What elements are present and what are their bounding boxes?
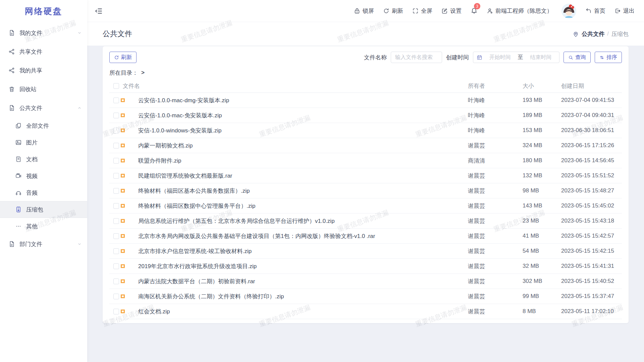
sidebar-item-all-files[interactable]: 全部文件 bbox=[0, 117, 87, 134]
row-checkbox[interactable] bbox=[113, 263, 119, 269]
chevron-down-icon[interactable] bbox=[77, 242, 82, 246]
sort-button[interactable]: 排序 bbox=[595, 52, 622, 63]
sidebar-item-documents[interactable]: 文档 bbox=[0, 151, 87, 168]
sidebar-item-my-files[interactable]: 我的文件 bbox=[0, 23, 87, 42]
table-row[interactable]: 云安信-1.0.0-mac-免安装版本.zip 叶海峰 189 MB 2023-… bbox=[109, 108, 622, 123]
row-checkbox[interactable] bbox=[113, 203, 119, 209]
sidebar-item-label: 视频 bbox=[26, 172, 38, 180]
table-row[interactable]: 南海区机关新办公系统（二期）文件资料（终验打印）.zip 谢晨芸 99 MB 2… bbox=[109, 289, 622, 304]
sidebar-item-images[interactable]: 图片 bbox=[0, 134, 87, 151]
file-name[interactable]: 终验材料（福田区数据中心管理服务平台）.zip bbox=[138, 202, 468, 210]
fullscreen-button[interactable]: 全屏 bbox=[412, 7, 432, 15]
table-row[interactable]: 2019年北京市水行政审批系统升级改造项目.zip 谢晨芸 32 MB 2023… bbox=[109, 259, 622, 274]
file-name[interactable]: 南海区机关新办公系统（二期）文件资料（终验打印）.zip bbox=[138, 293, 468, 300]
row-checkbox[interactable] bbox=[113, 309, 119, 314]
toolbar: 刷新 文件名称 创建时间 开始时间 至 结束时间 查询 排序 bbox=[109, 52, 622, 63]
file-name[interactable]: 内蒙一期初验文档.zip bbox=[138, 142, 468, 149]
column-size: 大小 bbox=[523, 82, 561, 90]
create-time-filter-label: 创建时间 bbox=[446, 54, 469, 61]
directory-root-arrow[interactable]: > bbox=[141, 69, 145, 76]
sidebar-item-my-shares[interactable]: 我的共享 bbox=[0, 61, 87, 80]
row-checkbox[interactable] bbox=[113, 173, 119, 179]
notifications-button[interactable]: 3 bbox=[471, 7, 478, 15]
row-checkbox[interactable] bbox=[113, 113, 119, 118]
table-row[interactable]: 终验材料（福田区数据中心管理服务平台）.zip 谢晨芸 143 MB 2023-… bbox=[109, 198, 622, 214]
file-name[interactable]: 红会文档.zip bbox=[138, 308, 468, 315]
row-checkbox[interactable] bbox=[113, 188, 119, 194]
breadcrumb-parent[interactable]: 公共文件 bbox=[582, 30, 604, 38]
row-checkbox[interactable] bbox=[113, 143, 119, 148]
chevron-down-icon[interactable] bbox=[77, 31, 82, 35]
file-date: 2023-06-15 17:15:26 bbox=[561, 142, 622, 149]
sidebar-item-public-files[interactable]: 公共文件 bbox=[0, 99, 87, 117]
file-name[interactable]: 联盟办件附件.zip bbox=[138, 157, 468, 165]
file-owner: 谢晨芸 bbox=[468, 262, 523, 270]
sidebar-item-videos[interactable]: 视频 bbox=[0, 168, 87, 184]
refresh-page-button[interactable]: 刷新 bbox=[383, 7, 403, 15]
table-row[interactable]: 云安信-1.0.0-mac-dmg-安装版本.zip 叶海峰 193 MB 20… bbox=[109, 93, 622, 108]
table-row[interactable]: 民建组织管理系统验收文档最新版.rar 谢晨芸 132 MB 2023-05-1… bbox=[109, 168, 622, 183]
file-name[interactable]: 2019年北京市水行政审批系统升级改造项目.zip bbox=[138, 262, 468, 270]
table-row[interactable]: 内蒙一期初验文档.zip 谢晨芸 324 MB 2023-06-15 17:15… bbox=[109, 138, 622, 153]
table-row[interactable]: 北京市水务局内网改版及公共服务基础平台建设项目（第1包：内网改版）终验验文档-v… bbox=[109, 229, 622, 244]
logout-button[interactable]: 退出 bbox=[614, 7, 635, 15]
top-header: 锁屏 刷新 全屏 设置 3 前端工程师（陈思文） bbox=[87, 0, 644, 22]
row-checkbox[interactable] bbox=[113, 98, 119, 103]
file-name[interactable]: 内蒙古法院大数据平台（二期）初验前资料.rar bbox=[138, 278, 468, 285]
file-date: 2023-07-04 09:40:31 bbox=[561, 112, 622, 119]
row-checkbox[interactable] bbox=[113, 294, 119, 299]
row-checkbox[interactable] bbox=[113, 128, 119, 133]
sidebar-fold-icon[interactable] bbox=[95, 7, 103, 15]
sidebar-item-audio[interactable]: 音频 bbox=[0, 184, 87, 201]
end-date-placeholder[interactable]: 结束时间 bbox=[526, 54, 556, 61]
file-owner: 叶海峰 bbox=[468, 112, 523, 119]
chevron-up-icon[interactable] bbox=[77, 106, 82, 110]
table-row[interactable]: 内蒙古法院大数据平台（二期）初验前资料.rar 谢晨芸 302 MB 2023-… bbox=[109, 274, 622, 289]
file-name[interactable]: 北京市水务局内网改版及公共服务基础平台建设项目（第1包：内网改版）终验验文档-v… bbox=[138, 232, 468, 240]
lock-screen-button[interactable]: 锁屏 bbox=[354, 7, 374, 15]
avatar[interactable] bbox=[561, 4, 576, 18]
file-owner: 商清清 bbox=[468, 157, 523, 165]
query-button[interactable]: 查询 bbox=[564, 52, 591, 63]
file-owner: 谢晨芸 bbox=[468, 247, 523, 255]
filename-search-input[interactable] bbox=[391, 52, 442, 63]
row-checkbox[interactable] bbox=[113, 233, 119, 239]
table-row[interactable]: 红会文档.zip 谢晨芸 8 MB 2023-05-11 17:02:10 bbox=[109, 304, 622, 319]
settings-button[interactable]: 设置 bbox=[441, 7, 462, 15]
search-icon bbox=[568, 55, 573, 60]
audio-icon bbox=[15, 189, 22, 196]
date-range-picker[interactable]: 开始时间 至 结束时间 bbox=[473, 52, 559, 63]
sidebar-item-recycle-bin[interactable]: 回收站 bbox=[0, 80, 87, 99]
table-row[interactable]: 局信息系统运行维护（第五包：北京市水务局综合信息平台运行维护）v1.0.zip … bbox=[109, 214, 622, 229]
row-checkbox[interactable] bbox=[113, 248, 119, 254]
file-name[interactable]: 终验材料（福田区基本公共服务数据库）.zip bbox=[138, 187, 468, 195]
sidebar-item-shared-files[interactable]: 共享文件 bbox=[0, 42, 87, 61]
file-name[interactable]: 安信-1.0.0-windows-免安装版.zip bbox=[138, 127, 468, 134]
sidebar-item-label: 音频 bbox=[26, 189, 38, 197]
table-row[interactable]: 安信-1.0.0-windows-免安装版.zip 叶海峰 153 MB 202… bbox=[109, 123, 622, 138]
sidebar-item-label: 公共文件 bbox=[19, 104, 42, 112]
file-name[interactable]: 民建组织管理系统验收文档最新版.rar bbox=[138, 172, 468, 180]
start-date-placeholder[interactable]: 开始时间 bbox=[485, 54, 515, 61]
file-owner: 叶海峰 bbox=[468, 127, 523, 134]
refresh-list-button[interactable]: 刷新 bbox=[109, 52, 137, 63]
file-name[interactable]: 北京市排水户信息管理系统-竣工验收材料.zip bbox=[138, 247, 468, 255]
row-checkbox[interactable] bbox=[113, 218, 119, 224]
date-range-to-label: 至 bbox=[518, 54, 523, 61]
row-checkbox[interactable] bbox=[113, 279, 119, 284]
home-button[interactable]: 首页 bbox=[585, 7, 605, 15]
file-name[interactable]: 云安信-1.0.0-mac-dmg-安装版本.zip bbox=[138, 97, 468, 104]
user-menu[interactable]: 前端工程师（陈思文） bbox=[487, 7, 552, 15]
breadcrumb-separator: / bbox=[607, 31, 609, 37]
table-row[interactable]: 终验材料（福田区基本公共服务数据库）.zip 谢晨芸 98 MB 2023-05… bbox=[109, 183, 622, 198]
table-row[interactable]: 北京市排水户信息管理系统-竣工验收材料.zip 谢晨芸 54 MB 2023-0… bbox=[109, 244, 622, 259]
file-name[interactable]: 局信息系统运行维护（第五包：北京市水务局综合信息平台运行维护）v1.0.zip bbox=[138, 217, 468, 225]
file-name[interactable]: 云安信-1.0.0-mac-免安装版本.zip bbox=[138, 112, 468, 119]
table-row[interactable]: 联盟办件附件.zip 商清清 180 MB 2023-06-15 14:56:4… bbox=[109, 153, 622, 168]
select-all-checkbox[interactable] bbox=[113, 83, 119, 89]
row-checkbox[interactable] bbox=[113, 158, 119, 164]
sidebar-item-department-files[interactable]: 部门文件 bbox=[0, 235, 87, 253]
file-date: 2023-05-15 15:42:57 bbox=[561, 233, 622, 239]
sidebar-item-archives[interactable]: 压缩包 bbox=[0, 201, 87, 218]
sidebar-item-other[interactable]: 其他 bbox=[0, 218, 87, 235]
